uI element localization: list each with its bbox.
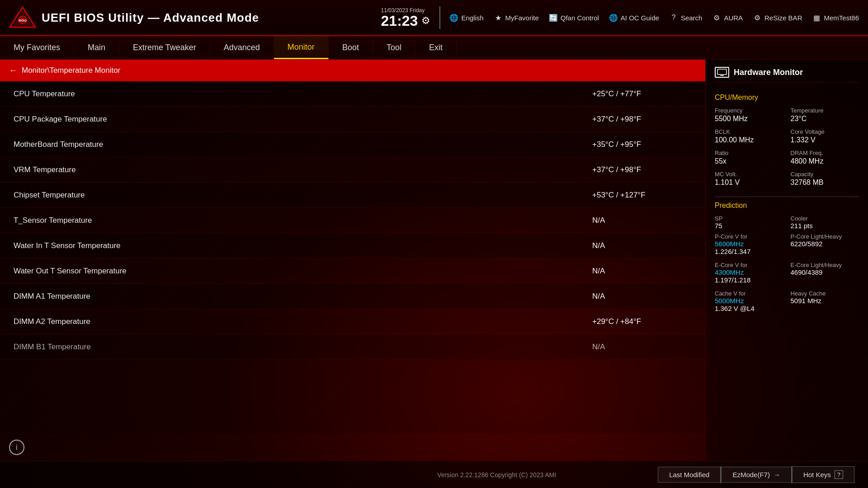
dram-freq-stat: DRAM Freq. 4800 MHz — [791, 150, 859, 165]
table-row[interactable]: T_Sensor Temperature N/A — [0, 208, 705, 233]
menu-tool[interactable]: Tool — [373, 36, 415, 59]
footer: Version 2.22.1286 Copyright (C) 2023 AMI… — [0, 461, 868, 488]
nav-aioc[interactable]: 🌐 AI OC Guide — [609, 13, 659, 22]
breadcrumb: ← Monitor\Temperature Monitor — [0, 60, 705, 81]
sidebar-header: Hardware Monitor — [715, 67, 859, 83]
question-icon: ? — [669, 13, 678, 22]
globe-icon: 🌐 — [449, 13, 458, 22]
cache-row: Cache V for 5000MHz 1.362 V @L4 Heavy Ca… — [715, 290, 859, 312]
table-row[interactable]: CPU Temperature +25°C / +77°F — [0, 81, 705, 107]
sidebar-divider — [715, 197, 859, 197]
nav-search[interactable]: ? Search — [669, 13, 703, 22]
capacity-stat: Capacity 32768 MB — [791, 171, 859, 187]
menu-bar: My Favorites Main Extreme Tweaker Advanc… — [0, 36, 868, 60]
menu-advanced[interactable]: Advanced — [210, 36, 274, 59]
sp-cooler-grid: SP 75 Cooler 211 pts — [715, 215, 859, 230]
cpu-stats-grid: Frequency 5500 MHz Temperature 23°C BCLK… — [715, 107, 859, 187]
nav-memtest[interactable]: ▦ MemTest86 — [812, 13, 859, 22]
ez-mode-icon: → — [774, 471, 780, 479]
cpu-memory-section-title: CPU/Memory — [715, 94, 859, 102]
menu-monitor[interactable]: Monitor — [274, 36, 329, 59]
rog-logo-icon: ROG — [9, 6, 36, 29]
table-row[interactable]: DIMM A2 Temperature +29°C / +84°F — [0, 309, 705, 334]
pcore-section: P-Core V for 5600MHz 1.226/1.347 P-Core … — [715, 233, 859, 257]
header-divider — [439, 6, 440, 29]
header-nav: 🌐 English ★ MyFavorite 🔄 Qfan Control 🌐 … — [449, 13, 859, 22]
ecore-row: E-Core V for 4300MHz 1.197/1.218 E-Core … — [715, 262, 859, 284]
logo-area: ROG UEFI BIOS Utility — Advanced Mode — [9, 6, 259, 29]
aura-icon: ⚙ — [712, 13, 721, 22]
menu-main[interactable]: Main — [74, 36, 119, 59]
main-layout: ← Monitor\Temperature Monitor CPU Temper… — [0, 60, 868, 461]
datetime-area: 11/03/2023 Friday 21:23 ⚙ — [381, 7, 431, 28]
footer-version: Version 2.22.1286 Copyright (C) 2023 AMI — [336, 471, 658, 479]
breadcrumb-back-arrow[interactable]: ← — [9, 66, 17, 75]
aioc-icon: 🌐 — [609, 13, 618, 22]
hot-keys-button[interactable]: Hot Keys ? — [792, 466, 854, 483]
pcore-row: P-Core V for 5600MHz 1.226/1.347 P-Core … — [715, 233, 859, 255]
frequency-stat: Frequency 5500 MHz — [715, 107, 783, 123]
table-row[interactable]: MotherBoard Temperature +35°C / +95°F — [0, 132, 705, 157]
nav-resizebar[interactable]: ⚙ ReSize BAR — [753, 13, 802, 22]
footer-right: Last Modified EzMode(F7) → Hot Keys ? — [658, 466, 854, 484]
info-bar: i — [0, 434, 705, 461]
core-voltage-stat: Core Voltage 1.332 V — [791, 128, 859, 144]
table-row[interactable]: DIMM B1 Temperature N/A — [0, 334, 705, 360]
monitor-icon — [715, 67, 729, 78]
bios-title: UEFI BIOS Utility — Advanced Mode — [42, 11, 259, 25]
prediction-title: Prediction — [715, 202, 859, 210]
content-panel: ← Monitor\Temperature Monitor CPU Temper… — [0, 60, 705, 461]
memtest-icon: ▦ — [812, 13, 821, 22]
nav-myfavorite[interactable]: ★ MyFavorite — [494, 13, 539, 22]
menu-extreme-tweaker[interactable]: Extreme Tweaker — [119, 36, 210, 59]
menu-my-favorites[interactable]: My Favorites — [0, 36, 74, 59]
header-right: 11/03/2023 Friday 21:23 ⚙ 🌐 English ★ My… — [381, 6, 859, 29]
hardware-monitor-title: Hardware Monitor — [734, 68, 803, 77]
table-row[interactable]: DIMM A1 Temperature N/A — [0, 284, 705, 309]
temperature-stat: Temperature 23°C — [791, 107, 859, 123]
star-icon: ★ — [494, 13, 503, 22]
table-row[interactable]: CPU Package Temperature +37°C / +98°F — [0, 107, 705, 132]
resizebar-icon: ⚙ — [753, 13, 762, 22]
settings-icon[interactable]: ⚙ — [421, 15, 430, 27]
bclk-stat: BCLK 100.00 MHz — [715, 128, 783, 144]
table-row[interactable]: Chipset Temperature +53°C / +127°F — [0, 183, 705, 208]
menu-exit[interactable]: Exit — [415, 36, 457, 59]
cooler-stat: Cooler 211 pts — [791, 215, 859, 230]
nav-english[interactable]: 🌐 English — [449, 13, 483, 22]
time-display: 21:23 — [381, 14, 418, 28]
temperature-table[interactable]: CPU Temperature +25°C / +77°F CPU Packag… — [0, 81, 705, 434]
ratio-stat: Ratio 55x — [715, 150, 783, 165]
svg-text:ROG: ROG — [19, 19, 27, 23]
table-row[interactable]: VRM Temperature +37°C / +98°F — [0, 157, 705, 183]
ecore-section: E-Core V for 4300MHz 1.197/1.218 E-Core … — [715, 262, 859, 286]
last-modified-button[interactable]: Last Modified — [658, 467, 721, 483]
right-sidebar: Hardware Monitor CPU/Memory Frequency 55… — [705, 60, 868, 461]
mc-volt-stat: MC Volt. 1.101 V — [715, 171, 783, 187]
menu-boot[interactable]: Boot — [329, 36, 373, 59]
info-button[interactable]: i — [9, 440, 24, 455]
header: ROG UEFI BIOS Utility — Advanced Mode 11… — [0, 0, 868, 36]
breadcrumb-text: Monitor\Temperature Monitor — [22, 66, 120, 75]
nav-qfan[interactable]: 🔄 Qfan Control — [549, 13, 599, 22]
nav-aura[interactable]: ⚙ AURA — [712, 13, 743, 22]
fan-icon: 🔄 — [549, 13, 558, 22]
table-row[interactable]: Water Out T Sensor Temperature N/A — [0, 258, 705, 284]
cache-section: Cache V for 5000MHz 1.362 V @L4 Heavy Ca… — [715, 290, 859, 314]
ez-mode-button[interactable]: EzMode(F7) → — [721, 467, 792, 483]
sp-stat: SP 75 — [715, 215, 783, 230]
table-row[interactable]: Water In T Sensor Temperature N/A — [0, 233, 705, 258]
hotkeys-icon: ? — [835, 470, 843, 479]
svg-rect-5 — [717, 69, 726, 75]
